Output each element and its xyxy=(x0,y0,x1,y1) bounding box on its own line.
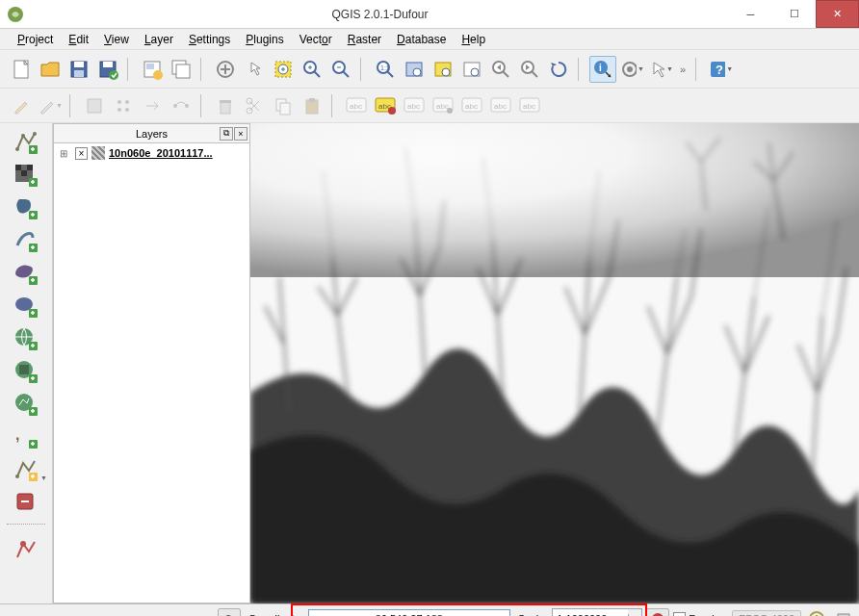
svg-rect-4 xyxy=(74,70,84,77)
render-checkbox[interactable]: × xyxy=(673,612,686,616)
layers-panel: Layers ⧉ × ⊞ × 10n060e_20101117... xyxy=(53,123,250,603)
identify-button[interactable]: i xyxy=(589,56,616,83)
add-mssql-layer-button[interactable] xyxy=(13,260,39,287)
svg-text:1:1: 1:1 xyxy=(380,64,390,71)
statusbar: Coordinate Scale ▼ ↖ × Render EPSG:4326 xyxy=(0,603,859,616)
add-oracle-layer-button[interactable] xyxy=(13,293,39,320)
pan-to-selection-button[interactable] xyxy=(241,56,268,83)
label-tool-abc2[interactable]: abc xyxy=(372,92,399,119)
label-tool-abc7[interactable]: abc xyxy=(516,92,543,119)
layer-expand-icon[interactable]: ⊞ xyxy=(60,148,71,159)
copy-features-button[interactable] xyxy=(270,92,297,119)
zoom-to-layer-button[interactable] xyxy=(458,56,485,83)
coordinate-input[interactable] xyxy=(308,609,510,617)
composer-manager-button[interactable] xyxy=(168,56,195,83)
menu-help[interactable]: Help xyxy=(456,31,491,48)
label-tool-abc6[interactable]: abc xyxy=(487,92,514,119)
gps-tool-button[interactable] xyxy=(13,537,39,564)
menu-project[interactable]: Project xyxy=(12,31,59,48)
svg-point-88 xyxy=(15,475,19,478)
save-layer-edits-button[interactable] xyxy=(81,92,108,119)
svg-rect-12 xyxy=(176,64,190,78)
label-tool-abc1[interactable]: abc xyxy=(343,92,370,119)
new-print-composer-button[interactable] xyxy=(139,56,166,83)
pan-button[interactable] xyxy=(212,56,239,83)
menu-database[interactable]: Database xyxy=(391,31,452,48)
svg-rect-9 xyxy=(146,64,154,69)
add-feature-button[interactable] xyxy=(110,92,137,119)
svg-rect-48 xyxy=(309,98,315,102)
messages-button[interactable] xyxy=(832,608,855,617)
zoom-last-button[interactable] xyxy=(487,56,514,83)
new-shapefile-button[interactable]: ▼ xyxy=(13,456,39,483)
svg-point-66 xyxy=(21,134,25,138)
layer-row[interactable]: ⊞ × 10n060e_20101117... xyxy=(54,143,249,163)
add-wfs-layer-button[interactable] xyxy=(13,391,39,418)
menu-edit[interactable]: Edit xyxy=(63,31,94,48)
node-tool-button[interactable] xyxy=(168,92,195,119)
menu-layer[interactable]: Layer xyxy=(139,31,179,48)
save-project-as-button[interactable] xyxy=(94,56,121,83)
svg-point-65 xyxy=(15,147,19,151)
label-tool-abc4[interactable]: abc xyxy=(430,92,456,119)
refresh-button[interactable] xyxy=(545,56,572,83)
delete-selected-button[interactable] xyxy=(212,92,239,119)
render-checkbox-group[interactable]: × Render xyxy=(673,612,723,616)
zoom-in-button[interactable] xyxy=(270,56,297,83)
stop-render-button[interactable] xyxy=(646,608,669,617)
edit-toolbar: ▼ abc abc abc abc abc abc abc xyxy=(0,89,859,123)
menu-settings[interactable]: Settings xyxy=(183,31,236,48)
toggle-editing-button[interactable] xyxy=(8,92,35,119)
add-wcs-layer-button[interactable] xyxy=(13,358,39,385)
remove-layer-button[interactable] xyxy=(13,489,39,516)
zoom-out-button[interactable] xyxy=(327,56,354,83)
zoom-in-alt-button[interactable] xyxy=(299,56,325,83)
new-project-button[interactable] xyxy=(8,56,35,83)
maximize-button[interactable]: ☐ xyxy=(772,0,816,28)
add-postgis-layer-button[interactable] xyxy=(13,194,39,221)
scale-input[interactable] xyxy=(553,609,628,617)
paste-features-button[interactable] xyxy=(299,92,325,119)
menu-raster[interactable]: Raster xyxy=(342,31,387,48)
add-vector-layer-button[interactable] xyxy=(13,129,39,156)
add-spatialite-layer-button[interactable] xyxy=(13,227,39,254)
add-wms-layer-button[interactable] xyxy=(13,325,39,352)
zoom-to-selection-button[interactable] xyxy=(430,56,456,83)
coordinate-label: Coordinate xyxy=(245,613,304,617)
svg-rect-6 xyxy=(103,62,113,67)
select-tool-button[interactable]: ▼ xyxy=(618,56,645,83)
svg-text:abc: abc xyxy=(465,102,478,111)
open-project-button[interactable] xyxy=(37,56,64,83)
menu-view[interactable]: View xyxy=(98,31,135,48)
zoom-next-button[interactable] xyxy=(516,56,543,83)
map-canvas[interactable] xyxy=(250,123,859,603)
svg-point-67 xyxy=(33,132,37,136)
menu-vector[interactable]: Vector xyxy=(294,31,338,48)
zoom-full-button[interactable] xyxy=(401,56,428,83)
scale-combo[interactable]: ▼ xyxy=(552,608,642,617)
toggle-extents-button[interactable] xyxy=(218,608,241,617)
add-delimited-text-layer-button[interactable]: , xyxy=(13,424,39,450)
layers-panel-close-button[interactable]: × xyxy=(234,127,247,141)
add-raster-layer-button[interactable] xyxy=(13,162,39,189)
data-source-toolbar: , ▼ xyxy=(0,123,53,603)
save-edits-button[interactable]: ▼ xyxy=(37,92,64,119)
crs-indicator[interactable]: EPSG:4326 xyxy=(732,610,801,617)
layer-visibility-checkbox[interactable]: × xyxy=(75,147,88,160)
minimize-button[interactable]: ─ xyxy=(729,0,772,28)
label-tool-abc3[interactable]: abc xyxy=(401,92,428,119)
cut-features-button[interactable] xyxy=(241,92,268,119)
close-button[interactable]: ✕ xyxy=(816,0,859,28)
layers-panel-header: Layers ⧉ × xyxy=(54,124,249,143)
svg-point-7 xyxy=(109,70,118,80)
move-feature-button[interactable] xyxy=(139,92,166,119)
zoom-native-button[interactable]: 1:1 xyxy=(372,56,399,83)
save-project-button[interactable] xyxy=(65,56,92,83)
deselect-button[interactable]: ▼ xyxy=(647,56,674,83)
layers-panel-undock-button[interactable]: ⧉ xyxy=(220,127,233,141)
crs-status-button[interactable] xyxy=(805,608,828,617)
help-button[interactable]: ?▼ xyxy=(707,56,734,83)
label-tool-abc5[interactable]: abc xyxy=(458,92,485,119)
toolbar-overflow[interactable]: » xyxy=(676,64,690,75)
menu-plugins[interactable]: Plugins xyxy=(240,31,289,48)
